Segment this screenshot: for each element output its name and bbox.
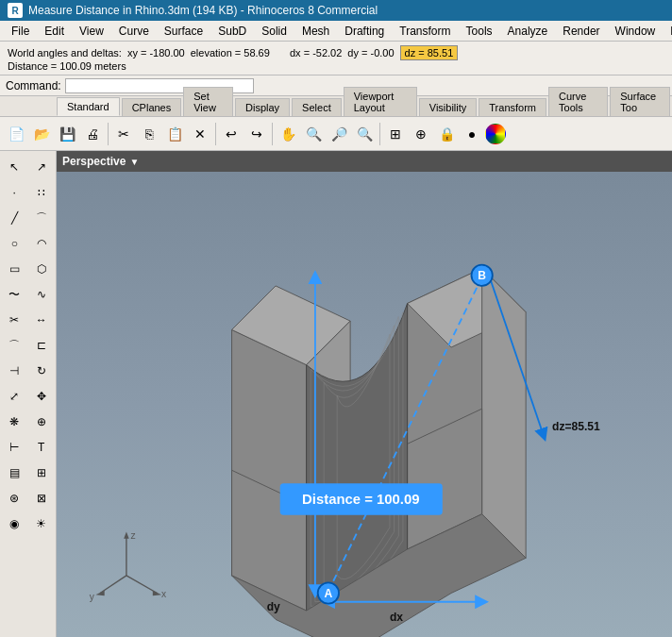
dz-highlighted: dz = 85.51	[400, 45, 459, 60]
menu-curve[interactable]: Curve	[111, 23, 157, 40]
svg-line-33	[100, 576, 126, 594]
text-tool[interactable]: T	[29, 435, 55, 460]
rotate-tool[interactable]: ↻	[29, 359, 55, 383]
menu-surface[interactable]: Surface	[157, 23, 210, 40]
dimension-tool[interactable]: ⊢	[2, 435, 27, 460]
sep2	[215, 123, 216, 145]
undo-button[interactable]: ↩	[219, 122, 244, 146]
toolbar-tab-curve-tools[interactable]: Curve Tools	[548, 87, 608, 116]
menu-analyze[interactable]: Analyze	[500, 23, 556, 40]
freeform-tool[interactable]: 〜	[2, 282, 27, 307]
move-tool[interactable]: ✥	[29, 384, 55, 409]
toolbar-tab-visibility[interactable]: Visibility	[419, 98, 478, 116]
multipoint-tool[interactable]: ∷	[29, 180, 55, 205]
pan-button[interactable]: ✋	[276, 122, 300, 146]
viewport-header: Perspective ▼	[57, 151, 672, 172]
line-tool[interactable]: ╱	[2, 206, 27, 230]
xy-value: xy = -180.00	[127, 47, 185, 59]
menu-file[interactable]: File	[4, 23, 37, 40]
menu-mesh[interactable]: Mesh	[294, 23, 337, 40]
point-tool[interactable]: ·	[2, 180, 27, 205]
menu-render[interactable]: Render	[555, 23, 607, 40]
toolbar-tabs: StandardCPlanesSet ViewDisplaySelectView…	[0, 96, 672, 117]
print-button[interactable]: 🖨	[80, 122, 105, 146]
menu-help[interactable]: Help	[663, 23, 672, 40]
svg-text:Distance = 100.09: Distance = 100.09	[302, 492, 419, 507]
elevation-value: elevation = 58.69	[191, 47, 270, 59]
toolbar-tab-transform[interactable]: Transform	[479, 98, 546, 116]
infobar-line1: World angles and deltas: xy = -180.00 el…	[8, 45, 664, 60]
zoom-button[interactable]: 🔍	[301, 122, 326, 146]
viewport-label: Perspective	[62, 155, 126, 168]
analyze-tool[interactable]: ⊛	[2, 486, 27, 511]
select-tool2[interactable]: ↗	[29, 155, 55, 179]
circle-tool[interactable]: ○	[2, 231, 27, 256]
block-tool[interactable]: ⊞	[29, 461, 55, 485]
render-button[interactable]: ●	[460, 122, 484, 146]
open-button[interactable]: 📂	[29, 122, 54, 146]
menu-tools[interactable]: Tools	[459, 23, 500, 40]
sep3	[272, 123, 273, 145]
copy-button[interactable]: ⎘	[137, 122, 161, 146]
cut-button[interactable]: ✂	[111, 122, 136, 146]
menu-drafting[interactable]: Drafting	[337, 23, 392, 40]
viewport[interactable]: Perspective ▼	[57, 151, 672, 637]
svg-text:y: y	[90, 592, 95, 602]
explode-tool[interactable]: ❋	[2, 410, 27, 434]
zoom-in-button[interactable]: 🔎	[327, 122, 351, 146]
lock-button[interactable]: 🔒	[434, 122, 459, 146]
main-area: ↖ ↗ · ∷ ╱ ⌒ ○ ◠ ▭ ⬡ 〜 ∿ ✂ ↔ ⌒ ⊏	[0, 151, 672, 637]
zoom-out-button[interactable]: 🔍	[352, 122, 377, 146]
toolbar-tab-cplanes[interactable]: CPlanes	[122, 98, 182, 116]
dx-value: dx = -52.02	[290, 47, 342, 59]
svg-text:dx: dx	[390, 611, 403, 624]
toolbar-tab-set-view[interactable]: Set View	[183, 87, 233, 116]
save-button[interactable]: 💾	[55, 122, 79, 146]
join-tool[interactable]: ⊕	[29, 410, 55, 434]
spline-tool[interactable]: ∿	[29, 282, 55, 307]
menu-subd[interactable]: SubD	[210, 23, 254, 40]
rect-tool[interactable]: ▭	[2, 257, 27, 281]
toolbar-tab-select[interactable]: Select	[292, 98, 342, 116]
svg-text:dz=85.51: dz=85.51	[552, 420, 600, 433]
redo-button[interactable]: ↪	[244, 122, 269, 146]
select-tool[interactable]: ↖	[2, 155, 27, 179]
scale-tool[interactable]: ⤢	[2, 384, 27, 409]
polygon-tool[interactable]: ⬡	[29, 257, 55, 281]
light-tool[interactable]: ☀	[29, 511, 55, 536]
extend-tool[interactable]: ↔	[29, 308, 55, 332]
svg-text:B: B	[478, 269, 486, 282]
dy-value: dy = -0.00	[347, 47, 394, 59]
arc-tool[interactable]: ◠	[29, 231, 55, 256]
svg-text:dy: dy	[267, 600, 280, 613]
toolbar-tab-display[interactable]: Display	[235, 98, 290, 116]
sep4	[379, 123, 380, 145]
mirror-tool[interactable]: ⊣	[2, 359, 27, 383]
infobar-line2: Distance = 100.09 meters	[8, 60, 664, 72]
fillet-tool[interactable]: ⌒	[2, 333, 27, 358]
menu-window[interactable]: Window	[608, 23, 664, 40]
hatch-tool[interactable]: ▤	[2, 461, 27, 485]
grid-button[interactable]: ⊞	[383, 122, 408, 146]
trim-tool[interactable]: ✂	[2, 308, 27, 332]
toolbar-tab-viewport-layout[interactable]: Viewport Layout	[344, 87, 417, 116]
new-button[interactable]: 📄	[4, 122, 28, 146]
toolbar-tab-standard[interactable]: Standard	[57, 97, 120, 116]
menu-transform[interactable]: Transform	[392, 23, 458, 40]
snap-button[interactable]: ⊕	[409, 122, 433, 146]
offset-tool[interactable]: ⊏	[29, 333, 55, 358]
menu-edit[interactable]: Edit	[37, 23, 72, 40]
menu-solid[interactable]: Solid	[254, 23, 294, 40]
measure-tool[interactable]: ⊠	[29, 486, 55, 511]
polyline-tool[interactable]: ⌒	[29, 206, 55, 230]
color-button[interactable]	[485, 124, 506, 144]
svg-marker-31	[153, 591, 161, 596]
render-tool[interactable]: ◉	[2, 511, 27, 536]
delete-button[interactable]: ✕	[188, 122, 212, 146]
menu-view[interactable]: View	[72, 23, 111, 40]
svg-text:z: z	[131, 530, 136, 541]
toolbar-tab-surface-too[interactable]: Surface Too	[610, 87, 670, 116]
paste-button[interactable]: 📋	[162, 122, 187, 146]
scene-svg: B A Distance = 100.09 dz=85.51 dx dy	[57, 172, 672, 637]
viewport-dropdown-icon[interactable]: ▼	[129, 157, 139, 167]
